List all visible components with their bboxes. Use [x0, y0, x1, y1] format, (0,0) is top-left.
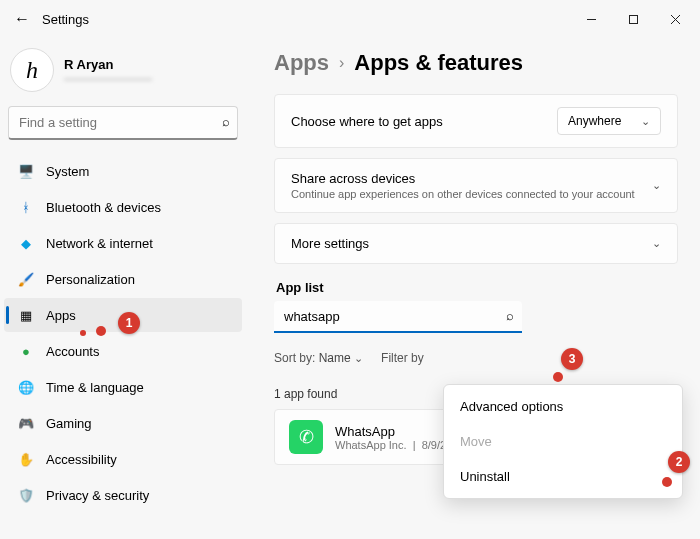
user-name: R Aryan	[64, 57, 152, 72]
sidebar-item-personalization[interactable]: 🖌️Personalization	[4, 262, 242, 296]
close-button[interactable]	[654, 4, 696, 34]
uninstall-item[interactable]: Uninstall	[444, 459, 682, 494]
sidebar-item-label: Privacy & security	[46, 488, 149, 503]
search-icon: ⌕	[222, 114, 230, 129]
sidebar-item-accounts[interactable]: ●Accounts	[4, 334, 242, 368]
svg-rect-1	[629, 15, 637, 23]
chevron-down-icon: ⌄	[641, 115, 650, 128]
nav-icon: ●	[18, 343, 34, 359]
nav-icon: 🖌️	[18, 271, 34, 287]
sidebar-item-time-language[interactable]: 🌐Time & language	[4, 370, 242, 404]
chevron-down-icon: ⌄	[652, 237, 661, 250]
nav-icon: ▦	[18, 307, 34, 323]
sidebar-item-label: Apps	[46, 308, 76, 323]
annotation-callout-2: 2	[668, 451, 690, 473]
advanced-options-item[interactable]: Advanced options	[444, 389, 682, 424]
nav-icon: 🖥️	[18, 163, 34, 179]
nav-icon: 🌐	[18, 379, 34, 395]
sidebar-item-label: Personalization	[46, 272, 135, 287]
sidebar-item-bluetooth-devices[interactable]: ᚼBluetooth & devices	[4, 190, 242, 224]
sort-value: Name	[319, 351, 351, 365]
settings-search-input[interactable]	[8, 106, 238, 140]
page-title: Apps & features	[354, 50, 523, 76]
sidebar-item-label: Network & internet	[46, 236, 153, 251]
share-devices-card[interactable]: Share across devices Continue app experi…	[274, 158, 678, 213]
annotation-callout-3: 3	[561, 348, 583, 370]
sidebar-item-system[interactable]: 🖥️System	[4, 154, 242, 188]
window-title: Settings	[42, 12, 89, 27]
chevron-down-icon: ⌄	[652, 179, 661, 192]
app-list-label: App list	[276, 280, 678, 295]
back-button[interactable]: ←	[4, 1, 40, 37]
annotation-callout-1: 1	[118, 312, 140, 334]
sidebar-item-accessibility[interactable]: ✋Accessibility	[4, 442, 242, 476]
sidebar-item-privacy-security[interactable]: 🛡️Privacy & security	[4, 478, 242, 512]
minimize-button[interactable]	[570, 4, 612, 34]
more-settings-card[interactable]: More settings ⌄	[274, 223, 678, 264]
nav-icon: 🎮	[18, 415, 34, 431]
sidebar-item-label: Accounts	[46, 344, 99, 359]
sidebar-item-network-internet[interactable]: ◆Network & internet	[4, 226, 242, 260]
choose-apps-card: Choose where to get apps Anywhere ⌄	[274, 94, 678, 148]
nav-icon: ᚼ	[18, 199, 34, 215]
choose-apps-label: Choose where to get apps	[291, 114, 443, 129]
sidebar-item-label: Accessibility	[46, 452, 117, 467]
nav-icon: ✋	[18, 451, 34, 467]
whatsapp-icon: ✆	[289, 420, 323, 454]
more-settings-label: More settings	[291, 236, 369, 251]
user-email: ————————	[64, 72, 152, 84]
sidebar-item-label: System	[46, 164, 89, 179]
nav-icon: ◆	[18, 235, 34, 251]
annotation-dot	[80, 330, 86, 336]
sidebar-item-gaming[interactable]: 🎮Gaming	[4, 406, 242, 440]
avatar: h	[10, 48, 54, 92]
maximize-button[interactable]	[612, 4, 654, 34]
sidebar-item-label: Time & language	[46, 380, 144, 395]
user-account-row[interactable]: h R Aryan ————————	[4, 44, 242, 106]
move-item: Move	[444, 424, 682, 459]
app-list-search-input[interactable]	[274, 301, 522, 333]
chevron-right-icon: ›	[339, 54, 344, 72]
share-devices-label: Share across devices	[291, 171, 635, 186]
chevron-down-icon: ⌄	[354, 352, 363, 364]
filter-label: Filter by	[381, 351, 424, 365]
search-icon: ⌕	[506, 308, 514, 323]
dropdown-value: Anywhere	[568, 114, 621, 128]
sidebar-item-label: Gaming	[46, 416, 92, 431]
choose-apps-dropdown[interactable]: Anywhere ⌄	[557, 107, 661, 135]
app-context-menu: Advanced options Move Uninstall	[443, 384, 683, 499]
sidebar-item-label: Bluetooth & devices	[46, 200, 161, 215]
filter-by-control[interactable]: Filter by	[381, 351, 424, 365]
nav-icon: 🛡️	[18, 487, 34, 503]
sort-by-control[interactable]: Sort by: Name ⌄	[274, 351, 363, 365]
breadcrumb: Apps › Apps & features	[274, 50, 678, 76]
share-devices-sub: Continue app experiences on other device…	[291, 188, 635, 200]
breadcrumb-parent[interactable]: Apps	[274, 50, 329, 76]
sort-label: Sort by:	[274, 351, 315, 365]
